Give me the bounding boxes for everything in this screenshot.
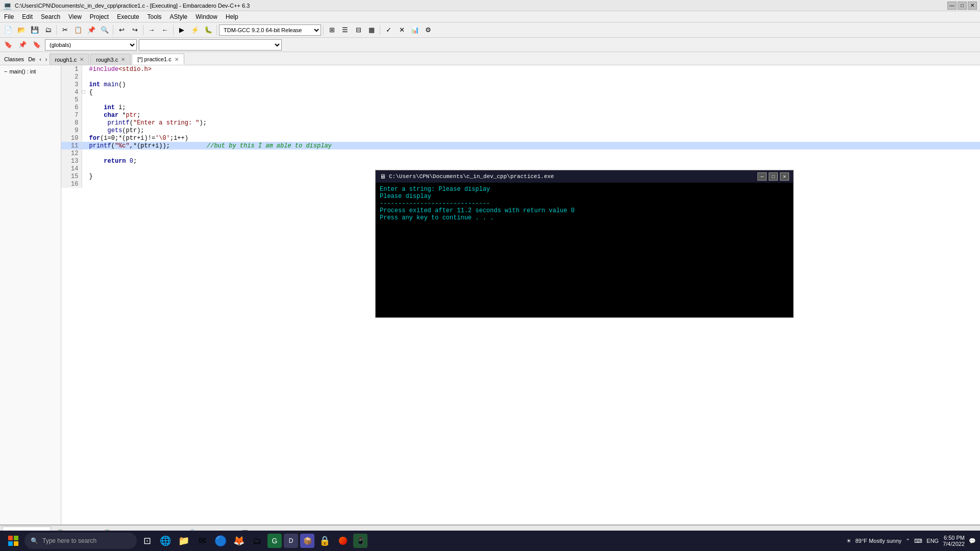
tab-rough3c-close[interactable]: ✕	[121, 57, 125, 62]
notification-icon[interactable]: 💬	[969, 538, 976, 544]
bookmark-button[interactable]: 📌	[16, 39, 29, 51]
check-button[interactable]: ✓	[382, 24, 395, 36]
terminal-maximize[interactable]: □	[769, 172, 778, 181]
tab-rough1c[interactable]: rough1.c ✕	[50, 54, 90, 65]
redo-button[interactable]: ↪	[129, 24, 141, 36]
nav-next-button[interactable]: ›	[43, 54, 50, 65]
vpn-icon[interactable]: 🔒	[316, 533, 333, 549]
cut-button[interactable]: ✂	[59, 24, 71, 36]
nav-prev-button[interactable]: ‹	[37, 54, 43, 65]
menu-item-execute[interactable]: Execute	[113, 12, 143, 21]
code-line-3: 3 int main()	[61, 81, 980, 88]
terminal-minimize[interactable]: —	[757, 172, 767, 181]
line-num-10: 10	[61, 134, 82, 142]
menu-item-project[interactable]: Project	[86, 12, 113, 21]
open-button[interactable]: 📂	[15, 24, 28, 36]
tree-expand-icon: −	[4, 68, 7, 74]
menu-item-window[interactable]: Window	[191, 12, 222, 21]
terminal-window[interactable]: 🖥 C:\Users\CPN\Documents\c_in_dev_cpp\pr…	[375, 170, 794, 318]
app4-icon[interactable]: 📱	[353, 534, 368, 548]
save-button[interactable]: 💾	[29, 24, 41, 36]
mail-icon[interactable]: ✉	[194, 533, 210, 549]
unindent-button[interactable]: ←	[159, 24, 171, 36]
browser-edge-icon[interactable]: 🔵	[212, 533, 229, 549]
new-button[interactable]: 📄	[2, 24, 14, 36]
search-bar[interactable]: 🔍 Type here to search	[24, 533, 137, 549]
app1-icon[interactable]: G	[267, 534, 282, 548]
run-button[interactable]: ⚡	[189, 24, 201, 36]
maximize-button[interactable]: □	[958, 2, 967, 10]
paste-button[interactable]: 📌	[85, 24, 97, 36]
system-tray-up-arrow[interactable]: ⌃	[905, 538, 910, 544]
terminal-line-2: Please display	[380, 193, 789, 200]
minimize-button[interactable]: —	[947, 2, 957, 10]
terminal-close[interactable]: ✕	[780, 172, 789, 181]
weather-text: 89°F Mostly sunny	[855, 538, 902, 544]
compiler-select[interactable]: TDM-GCC 9.2.0 64-bit Release	[219, 24, 321, 36]
line-content-13: return 0;	[85, 157, 980, 165]
list-view-button[interactable]: ☰	[339, 24, 351, 36]
tab-practice1c-label: [*] practice1.c	[137, 56, 172, 62]
debug-button[interactable]: 🐛	[202, 24, 214, 36]
firefox-icon[interactable]: 🦊	[231, 533, 247, 549]
explorer-icon[interactable]: 📁	[176, 533, 192, 549]
start-button[interactable]	[4, 532, 22, 550]
tab-rough1c-label: rough1.c	[55, 57, 77, 63]
task-view-button[interactable]: ⊡	[139, 533, 155, 549]
grid-view-button[interactable]: ⊞	[326, 24, 338, 36]
stop-button[interactable]: ✕	[396, 24, 408, 36]
bookmark-prev-button[interactable]: 🔖	[2, 39, 14, 51]
code-editor[interactable]: 1 #include<stdio.h> 2 3 int main()	[61, 65, 980, 524]
line-content-2	[85, 73, 980, 81]
sep6	[323, 25, 324, 35]
line-num-15: 15	[61, 172, 82, 180]
menu-item-edit[interactable]: Edit	[18, 12, 37, 21]
tree-item-main[interactable]: − main() : int	[0, 67, 61, 76]
toolbar2: 🔖 📌 🔖 (globals)	[0, 38, 980, 52]
terminal-line-1: Enter a string: Please display	[380, 186, 789, 193]
classes-tab[interactable]: Classes	[2, 54, 26, 65]
app-icon: 💻	[3, 2, 12, 10]
find-button[interactable]: 🔍	[99, 24, 111, 36]
menu-item-file[interactable]: File	[0, 12, 18, 21]
undo-button[interactable]: ↩	[115, 24, 128, 36]
menu-item-astyle[interactable]: AStyle	[166, 12, 192, 21]
menu-item-search[interactable]: Search	[37, 12, 64, 21]
devcpp-icon[interactable]	[335, 533, 351, 549]
folder-icon[interactable]: 🗂	[249, 533, 265, 549]
tree-view-button[interactable]: ⊟	[352, 24, 364, 36]
tab-rough1c-close[interactable]: ✕	[80, 57, 84, 62]
line-num-2: 2	[61, 73, 82, 81]
code-line-8: 8 printf("Enter a string: ");	[61, 119, 980, 127]
layout-button[interactable]: ▦	[365, 24, 378, 36]
tab-practice1c-close[interactable]: ✕	[175, 57, 179, 62]
compile-button[interactable]: ▶	[176, 24, 188, 36]
menu-item-tools[interactable]: Tools	[143, 12, 166, 21]
bookmark-next-button[interactable]: 🔖	[31, 39, 43, 51]
menu-item-view[interactable]: View	[64, 12, 86, 21]
app3-icon[interactable]: 📦	[300, 534, 314, 548]
tab-rough3c[interactable]: rough3.c ✕	[90, 54, 131, 65]
sep5	[216, 25, 217, 35]
line-content-4: {	[85, 88, 980, 96]
svg-rect-3	[14, 541, 18, 546]
sep2	[113, 25, 113, 35]
profile-button[interactable]: 📊	[409, 24, 421, 36]
menu-item-help[interactable]: Help	[222, 12, 242, 21]
scope-select[interactable]: (globals)	[45, 39, 137, 51]
toolbar1: 📄 📂 💾 🗂 ✂ 📋 📌 🔍 ↩ ↪ → ← ▶ ⚡ 🐛 TDM-GCC 9.…	[0, 22, 980, 38]
debug-tab[interactable]: De	[26, 54, 37, 65]
close-button[interactable]: ✕	[968, 2, 977, 10]
app2-icon[interactable]: D	[284, 534, 298, 548]
save-all-button[interactable]: 🗂	[42, 24, 54, 36]
line-num-5: 5	[61, 96, 82, 104]
copy-button[interactable]: 📋	[72, 24, 84, 36]
line-num-4: 4	[61, 88, 82, 96]
search-placeholder-text: Type here to search	[42, 537, 96, 544]
edge-icon[interactable]: 🌐	[157, 533, 174, 549]
taskbar: 🔍 Type here to search ⊡ 🌐 📁 ✉ 🔵 🦊 🗂 G D …	[0, 531, 980, 551]
indent-button[interactable]: →	[145, 24, 158, 36]
tab-practice1c[interactable]: [*] practice1.c ✕	[132, 54, 184, 65]
settings-button[interactable]: ⚙	[422, 24, 434, 36]
function-select[interactable]	[139, 39, 282, 51]
